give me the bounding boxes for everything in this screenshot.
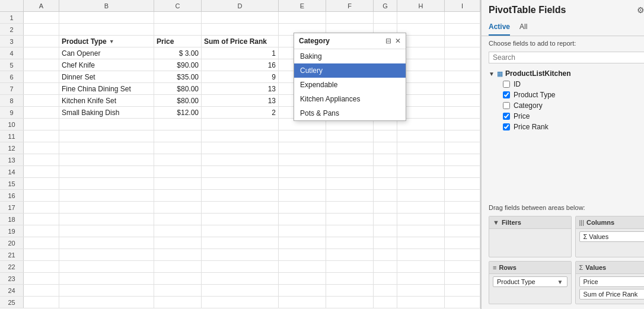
table-row: 13: [0, 154, 480, 166]
product-type-header[interactable]: Product Type ▼: [59, 36, 154, 47]
rank-cell[interactable]: 2: [202, 107, 279, 118]
rank-cell[interactable]: 13: [202, 95, 279, 106]
price-cell[interactable]: $80.00: [154, 95, 202, 106]
cell[interactable]: [24, 71, 59, 82]
values-area-content[interactable]: Price ▼ Sum of Price Rank ▼: [576, 274, 645, 304]
product-type-cell[interactable]: Small Baking Dish: [59, 107, 154, 118]
filter-item-expendable[interactable]: Expendable: [294, 78, 406, 92]
pivot-header-icons: ⚙ ✕: [637, 5, 644, 15]
column-headers: A B C D E F G H I: [0, 0, 480, 12]
filter-item-pots-pans[interactable]: Pots & Pans: [294, 106, 406, 120]
filter-dropdown-icon[interactable]: ▼: [109, 39, 114, 44]
col-header-c: C: [154, 0, 202, 11]
values-chip-price[interactable]: Price ▼: [579, 276, 645, 287]
filters-area-content[interactable]: [489, 229, 571, 253]
columns-area-label: Columns: [586, 219, 614, 226]
cell[interactable]: [445, 47, 480, 59]
cell[interactable]: [24, 24, 59, 35]
expand-icon[interactable]: ▼: [489, 71, 495, 77]
cell[interactable]: [24, 83, 59, 94]
product-type-cell[interactable]: Can Opener: [59, 47, 154, 59]
pivot-table-header-row: 3 Product Type ▼ Price Sum of Price Rank: [0, 36, 480, 47]
filter-item-baking[interactable]: Baking: [294, 49, 406, 63]
cell[interactable]: [445, 83, 480, 94]
cell[interactable]: [445, 59, 480, 71]
price-cell[interactable]: $ 3.00: [154, 47, 202, 59]
rows-chip-product-type[interactable]: Product Type ▼: [493, 276, 568, 287]
columns-chip-values[interactable]: Σ Values ▼: [579, 231, 645, 242]
filter-popup: Category ⊟ ✕ Baking Cutlery Expendable K…: [294, 33, 406, 121]
cell[interactable]: [445, 71, 480, 82]
col-header-b: B: [59, 0, 154, 11]
filter-clear-icon[interactable]: ✕: [395, 37, 401, 45]
cell[interactable]: [24, 12, 59, 23]
cell[interactable]: [59, 24, 154, 35]
field-id-checkbox[interactable]: [503, 81, 510, 88]
rank-cell[interactable]: 13: [202, 83, 279, 94]
filter-sort-icon[interactable]: ⊟: [385, 37, 391, 45]
search-input[interactable]: [493, 53, 644, 62]
cell[interactable]: [374, 12, 397, 23]
cell[interactable]: [202, 24, 279, 35]
cell[interactable]: [445, 107, 480, 118]
cell[interactable]: [279, 12, 326, 23]
sum-price-rank-header[interactable]: Sum of Price Rank: [202, 36, 279, 47]
field-category-checkbox[interactable]: [503, 102, 510, 109]
table-row: 21: [0, 249, 480, 261]
cell[interactable]: [24, 107, 59, 118]
price-cell[interactable]: $35.00: [154, 71, 202, 82]
columns-area-header: ||| Columns: [576, 216, 645, 229]
filters-area: ▼ Filters: [489, 216, 572, 257]
pivot-panel: PivotTable Fields ⚙ ✕ Active All Choose …: [481, 0, 644, 309]
filter-item-kitchen-appliances[interactable]: Kitchen Appliances: [294, 92, 406, 106]
table-row: 20: [0, 237, 480, 249]
cell[interactable]: [202, 12, 279, 23]
cell[interactable]: [24, 36, 59, 47]
price-cell[interactable]: $90.00: [154, 59, 202, 71]
cell[interactable]: [154, 12, 202, 23]
product-type-cell[interactable]: Fine China Dining Set: [59, 83, 154, 94]
field-product-type-checkbox[interactable]: [503, 91, 510, 98]
col-header-f: F: [326, 0, 374, 11]
col-header-g: G: [374, 0, 397, 11]
tab-all[interactable]: All: [519, 20, 527, 36]
rank-cell[interactable]: 9: [202, 71, 279, 82]
rows-area-content[interactable]: Product Type ▼: [489, 274, 571, 298]
price-cell[interactable]: $80.00: [154, 83, 202, 94]
cell[interactable]: [445, 24, 480, 35]
values-chip-sum-price-rank[interactable]: Sum of Price Rank ▼: [579, 289, 645, 300]
search-box[interactable]: 🔍: [489, 52, 644, 63]
price-header[interactable]: Price: [154, 36, 202, 47]
cell[interactable]: [397, 12, 445, 23]
rows-area: ≡ Rows Product Type ▼: [489, 261, 572, 304]
field-id-label: ID: [514, 80, 521, 88]
cell[interactable]: [445, 95, 480, 106]
field-price-checkbox[interactable]: [503, 113, 510, 120]
rank-cell[interactable]: 1: [202, 47, 279, 59]
filter-popup-icons: ⊟ ✕: [385, 37, 401, 45]
product-type-cell[interactable]: Chef Knife: [59, 59, 154, 71]
cell[interactable]: [326, 12, 374, 23]
pivot-header: PivotTable Fields ⚙ ✕: [482, 0, 644, 20]
filter-item-cutlery[interactable]: Cutlery: [294, 63, 406, 78]
field-price-rank-checkbox[interactable]: [503, 123, 510, 130]
cell[interactable]: [24, 59, 59, 71]
gear-icon[interactable]: ⚙: [637, 5, 644, 15]
values-chip-price-label: Price: [584, 278, 598, 285]
tab-active[interactable]: Active: [489, 20, 510, 36]
cell[interactable]: [445, 12, 480, 23]
product-type-label: Product Type: [62, 37, 107, 46]
cell[interactable]: [59, 12, 154, 23]
cell[interactable]: [154, 24, 202, 35]
cell[interactable]: [24, 47, 59, 59]
price-cell[interactable]: $12.00: [154, 107, 202, 118]
product-type-cell[interactable]: Kitchen Knife Set: [59, 95, 154, 106]
columns-chip-label: Σ Values: [584, 233, 609, 240]
columns-area-content[interactable]: Σ Values ▼: [576, 229, 645, 253]
product-type-cell[interactable]: Dinner Set: [59, 71, 154, 82]
cell[interactable]: [24, 95, 59, 106]
rank-cell[interactable]: 16: [202, 59, 279, 71]
table-row: 24: [0, 285, 480, 297]
field-price-label: Price: [514, 112, 530, 120]
cell[interactable]: [445, 36, 480, 47]
